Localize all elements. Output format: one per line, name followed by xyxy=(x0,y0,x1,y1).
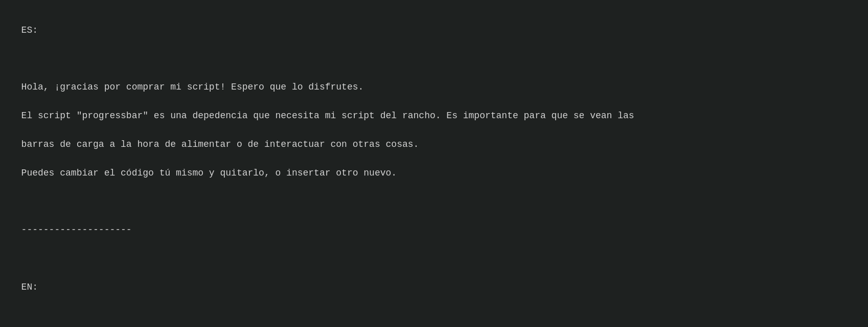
es-line4: Puedes cambiar el código tú mismo y quit… xyxy=(21,168,397,178)
es-line3: barras de carga a la hora de alimentar o… xyxy=(21,139,419,149)
main-content: ES: Hola, ¡gracias por comprar mi script… xyxy=(10,9,858,327)
es-line1: Hola, ¡gracias por comprar mi script! Es… xyxy=(21,82,364,92)
divider1: -------------------- xyxy=(21,225,132,235)
es-line2: El script "progressbar" es una depedenci… xyxy=(21,111,634,121)
en-label: EN: xyxy=(21,282,38,292)
es-label: ES: xyxy=(21,25,38,35)
